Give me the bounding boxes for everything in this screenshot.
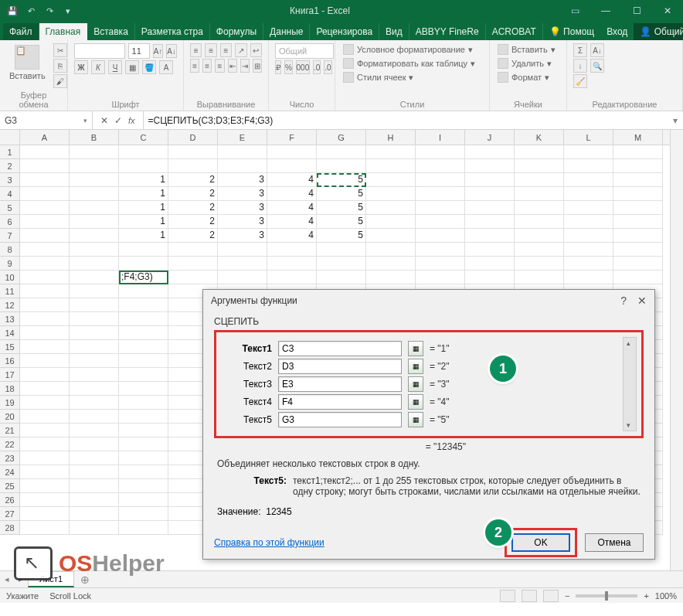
- cell-C10[interactable]: ;F4;G3): [119, 271, 168, 284]
- select-all-corner[interactable]: [0, 130, 20, 145]
- cell-L9[interactable]: [564, 257, 613, 271]
- cell-E5[interactable]: 3: [218, 201, 267, 215]
- cancel-button[interactable]: Отмена: [585, 533, 644, 552]
- cell-E8[interactable]: [218, 243, 267, 257]
- share-button[interactable]: 👤 Общий доступ: [634, 23, 683, 40]
- tab-acrobat[interactable]: ACROBAT: [486, 23, 543, 40]
- row-header-1[interactable]: 1: [0, 145, 19, 159]
- tab-formulas[interactable]: Формулы: [210, 23, 263, 40]
- expand-formula-icon[interactable]: ▾: [668, 111, 683, 129]
- delete-cells[interactable]: Удалить ▾: [496, 57, 560, 70]
- cell-H6[interactable]: [366, 215, 416, 229]
- cell-G7[interactable]: 5: [317, 229, 366, 243]
- cell-H8[interactable]: [366, 243, 416, 257]
- col-header-J[interactable]: J: [465, 130, 515, 145]
- row-header-17[interactable]: 17: [0, 368, 19, 382]
- arg-input-0[interactable]: [278, 341, 402, 356]
- border-icon[interactable]: ▦: [125, 60, 139, 74]
- cell-A24[interactable]: [20, 465, 70, 479]
- cell-D6[interactable]: 2: [168, 215, 218, 229]
- row-header-6[interactable]: 6: [0, 215, 19, 229]
- zoom-out-icon[interactable]: −: [565, 591, 569, 601]
- minimize-icon[interactable]: —: [590, 0, 621, 22]
- cell-G9[interactable]: [317, 257, 366, 271]
- cell-C22[interactable]: [119, 437, 168, 451]
- cell-B26[interactable]: [70, 493, 119, 507]
- row-header-27[interactable]: 27: [0, 507, 19, 521]
- cell-G6[interactable]: 5: [317, 215, 366, 229]
- font-color-icon[interactable]: A: [159, 60, 173, 74]
- cell-C15[interactable]: [119, 340, 168, 354]
- cell-styles[interactable]: Стили ячеек ▾: [342, 71, 483, 83]
- cell-B5[interactable]: [70, 201, 119, 215]
- zoom-in-icon[interactable]: +: [644, 591, 648, 601]
- cell-I10[interactable]: [416, 271, 465, 284]
- cell-C25[interactable]: [119, 479, 168, 493]
- cell-M6[interactable]: [613, 215, 663, 229]
- cell-I6[interactable]: [416, 215, 465, 229]
- row-header-13[interactable]: 13: [0, 312, 19, 326]
- col-header-B[interactable]: B: [70, 130, 119, 145]
- col-header-H[interactable]: H: [366, 130, 416, 145]
- cell-C12[interactable]: [119, 298, 168, 312]
- cell-I2[interactable]: [416, 159, 465, 173]
- cell-C11[interactable]: [119, 284, 168, 298]
- cell-L2[interactable]: [564, 159, 613, 173]
- close-icon[interactable]: ✕: [652, 0, 683, 22]
- cell-A23[interactable]: [20, 451, 70, 465]
- cell-G8[interactable]: [317, 243, 366, 257]
- cell-A17[interactable]: [20, 368, 70, 382]
- cell-A19[interactable]: [20, 396, 70, 410]
- bold-icon[interactable]: Ж: [74, 60, 88, 74]
- col-header-L[interactable]: L: [564, 130, 613, 145]
- percent-icon[interactable]: %: [284, 60, 293, 74]
- col-header-D[interactable]: D: [168, 130, 218, 145]
- cell-A9[interactable]: [20, 257, 70, 271]
- cell-I9[interactable]: [416, 257, 465, 271]
- cell-K10[interactable]: [515, 271, 564, 284]
- cell-B21[interactable]: [70, 424, 119, 437]
- row-header-8[interactable]: 8: [0, 243, 19, 257]
- cell-C5[interactable]: 1: [119, 201, 168, 215]
- cell-B3[interactable]: [70, 173, 119, 187]
- cell-F1[interactable]: [267, 145, 317, 159]
- cell-L8[interactable]: [564, 243, 613, 257]
- cell-M3[interactable]: [613, 173, 663, 187]
- cell-A20[interactable]: [20, 410, 70, 424]
- cell-A25[interactable]: [20, 479, 70, 493]
- cell-E1[interactable]: [218, 145, 267, 159]
- cell-C6[interactable]: 1: [119, 215, 168, 229]
- cell-A15[interactable]: [20, 340, 70, 354]
- row-headers[interactable]: 1234567891011121314151617181920212223242…: [0, 145, 20, 535]
- dec-dec-icon[interactable]: .0: [324, 60, 331, 74]
- cell-F3[interactable]: 4: [267, 173, 317, 187]
- cell-F6[interactable]: 4: [267, 215, 317, 229]
- cell-B13[interactable]: [70, 312, 119, 326]
- cell-L6[interactable]: [564, 215, 613, 229]
- cell-G5[interactable]: 5: [317, 201, 366, 215]
- cell-E6[interactable]: 3: [218, 215, 267, 229]
- tab-data[interactable]: Данные: [263, 23, 310, 40]
- cell-M10[interactable]: [613, 271, 663, 284]
- cell-A26[interactable]: [20, 493, 70, 507]
- cell-K8[interactable]: [515, 243, 564, 257]
- arg-input-3[interactable]: [278, 394, 402, 410]
- cell-F5[interactable]: 4: [267, 201, 317, 215]
- row-header-24[interactable]: 24: [0, 465, 19, 479]
- cell-A11[interactable]: [20, 284, 70, 298]
- cell-A16[interactable]: [20, 354, 70, 368]
- cell-C21[interactable]: [119, 424, 168, 437]
- cell-G1[interactable]: [317, 145, 366, 159]
- save-icon[interactable]: 💾: [5, 3, 20, 19]
- maximize-icon[interactable]: ☐: [621, 0, 652, 22]
- cell-D3[interactable]: 2: [168, 173, 218, 187]
- tell-me[interactable]: 💡 Помощ: [543, 23, 600, 40]
- cell-C4[interactable]: 1: [119, 187, 168, 201]
- cell-J4[interactable]: [465, 187, 515, 201]
- range-picker-icon-2[interactable]: ▦: [408, 376, 423, 392]
- cell-B24[interactable]: [70, 465, 119, 479]
- view-normal-icon[interactable]: [500, 590, 515, 602]
- cell-H3[interactable]: [366, 173, 416, 187]
- row-header-18[interactable]: 18: [0, 382, 19, 396]
- zoom-slider[interactable]: [576, 594, 637, 597]
